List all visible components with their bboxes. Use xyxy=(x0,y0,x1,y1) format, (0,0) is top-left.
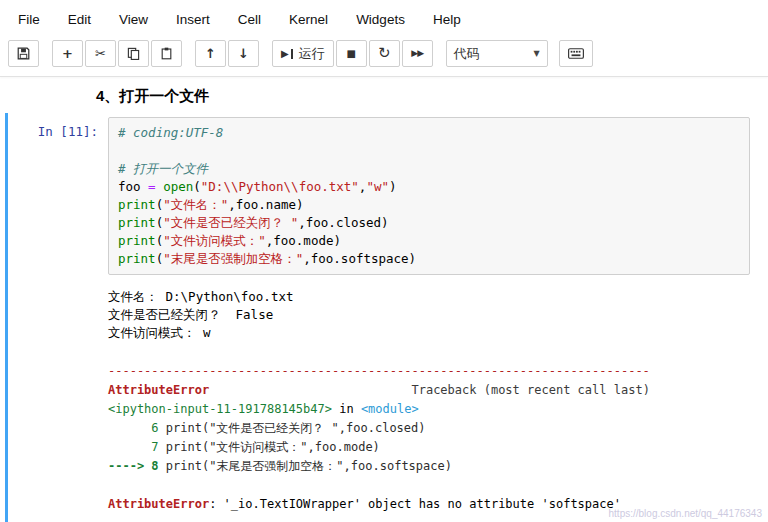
output-line: 文件是否已经关闭？ False xyxy=(108,306,750,324)
copy-icon xyxy=(127,47,140,60)
chevron-down-icon: ▼ xyxy=(534,49,540,58)
interrupt-kernel-button[interactable]: ■ xyxy=(336,40,367,67)
save-group xyxy=(8,40,41,67)
arrow-up-icon: ↑ xyxy=(205,47,216,60)
cell-output: 文件名： D:\Python\foo.txt文件是否已经关闭？ False文件访… xyxy=(108,288,750,342)
code-line: print("文件是否已经关闭？ ",foo.closed) xyxy=(118,214,740,232)
move-group: ↑ ↓ xyxy=(195,40,261,67)
edit-group: + ✂ xyxy=(52,40,184,67)
run-group: ▶ 运行 ■ ↻ ▶▶ xyxy=(272,40,435,67)
cell-type-value: 代码 xyxy=(454,45,480,63)
code-line: # coding:UTF-8 xyxy=(118,124,740,142)
toolbar: + ✂ ↑ ↓ ▶ 运行 ■ xyxy=(0,38,768,77)
save-icon xyxy=(17,47,30,60)
run-button[interactable]: ▶ 运行 xyxy=(272,40,334,67)
copy-cell-button[interactable] xyxy=(118,40,149,67)
paste-icon xyxy=(160,47,173,60)
restart-run-all-button[interactable]: ▶▶ xyxy=(402,40,433,67)
menubar: File Edit View Insert Cell Kernel Widget… xyxy=(0,0,768,38)
code-line: print("末尾是否强制加空格：",foo.softspace) xyxy=(118,250,740,268)
run-icon: ▶ xyxy=(281,49,289,59)
code-line: print("文件访问模式：",foo.mode) xyxy=(118,232,740,250)
add-cell-button[interactable]: + xyxy=(52,40,83,67)
keyboard-icon xyxy=(568,48,584,59)
keyboard-shortcuts-button[interactable] xyxy=(559,40,593,67)
traceback-line: ----> 8 print("末尾是否强制加空格：",foo.softspace… xyxy=(108,457,758,476)
traceback-line: <ipython-input-11-191788145b47> in <modu… xyxy=(108,400,758,419)
menu-kernel[interactable]: Kernel xyxy=(275,5,342,34)
code-line xyxy=(118,142,740,160)
stop-icon: ■ xyxy=(346,49,355,59)
menu-help[interactable]: Help xyxy=(419,5,475,34)
traceback-line: 7 print("文件访问模式：",foo.mode) xyxy=(108,438,758,457)
traceback-line: 6 print("文件是否已经关闭？ ",foo.closed) xyxy=(108,419,758,438)
arrow-down-icon: ↓ xyxy=(238,47,249,60)
traceback-line xyxy=(108,476,758,495)
fast-forward-icon: ▶▶ xyxy=(411,49,423,58)
save-button[interactable] xyxy=(8,40,39,67)
move-up-button[interactable]: ↑ xyxy=(195,40,226,67)
restart-kernel-button[interactable]: ↻ xyxy=(369,40,400,67)
plus-icon: + xyxy=(62,47,73,60)
cut-cell-button[interactable]: ✂ xyxy=(85,40,116,67)
code-line: foo = open("D:\\Python\\foo.txt","w") xyxy=(118,178,740,196)
menu-widgets[interactable]: Widgets xyxy=(342,5,419,34)
paste-cell-button[interactable] xyxy=(151,40,182,67)
section-heading: 4、打开一个文件 xyxy=(96,87,768,106)
watermark: https://blog.csdn.net/qq_44176343 xyxy=(609,508,762,519)
output-line: 文件访问模式： w xyxy=(108,324,750,342)
code-line: # 打开一个文件 xyxy=(118,160,740,178)
menu-file[interactable]: File xyxy=(4,5,54,34)
traceback-line: AttributeError Traceback (most recent ca… xyxy=(108,381,758,400)
code-line: print("文件名：",foo.name) xyxy=(118,196,740,214)
input-prompt: In [11]: xyxy=(8,117,108,275)
code-editor[interactable]: # coding:UTF-8 # 打开一个文件foo = open("D:\\P… xyxy=(108,117,750,275)
menu-edit[interactable]: Edit xyxy=(54,5,105,34)
error-traceback: ----------------------------------------… xyxy=(108,362,758,514)
run-icon-bar xyxy=(291,49,293,59)
notebook-area: 4、打开一个文件 In [11]: # coding:UTF-8 # 打开一个文… xyxy=(0,77,768,522)
traceback-line: ----------------------------------------… xyxy=(108,362,758,381)
run-button-label: 运行 xyxy=(299,45,325,63)
scissors-icon: ✂ xyxy=(95,47,106,60)
menu-cell[interactable]: Cell xyxy=(224,5,275,34)
output-line: 文件名： D:\Python\foo.txt xyxy=(108,288,750,306)
menu-insert[interactable]: Insert xyxy=(162,5,224,34)
cell-input-row: In [11]: # coding:UTF-8 # 打开一个文件foo = op… xyxy=(8,117,768,275)
code-cell[interactable]: In [11]: # coding:UTF-8 # 打开一个文件foo = op… xyxy=(5,113,768,522)
move-down-button[interactable]: ↓ xyxy=(228,40,259,67)
menu-view[interactable]: View xyxy=(105,5,162,34)
cell-type-select[interactable]: 代码 ▼ xyxy=(446,40,548,67)
restart-icon: ↻ xyxy=(378,46,391,61)
